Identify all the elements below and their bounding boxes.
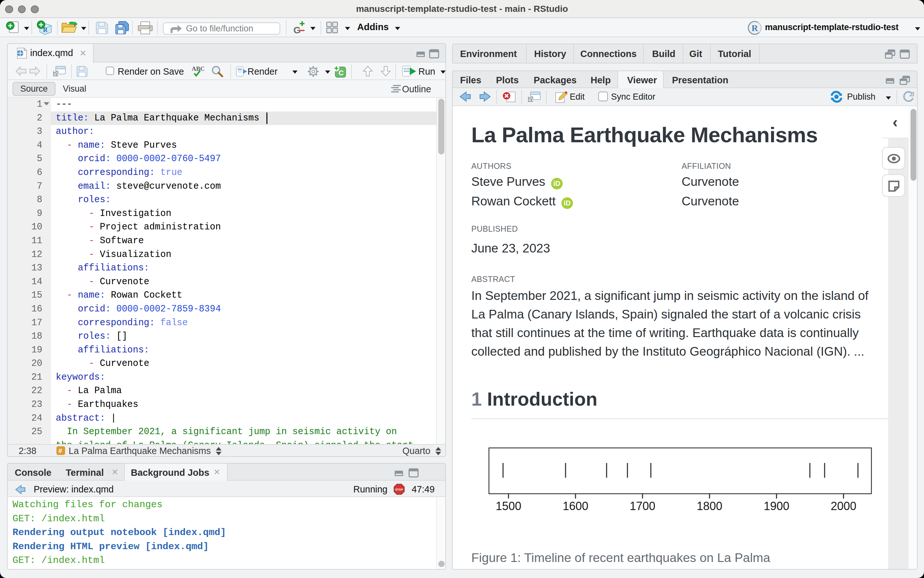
svg-text:STOP: STOP xyxy=(395,488,403,491)
svg-text:1800: 1800 xyxy=(697,500,722,513)
svg-text:G: G xyxy=(293,25,301,35)
svg-text:1700: 1700 xyxy=(630,500,655,513)
svg-text:C: C xyxy=(338,69,344,77)
svg-text:1600: 1600 xyxy=(563,500,588,513)
svg-text:#: # xyxy=(59,447,62,454)
svg-text:2000: 2000 xyxy=(831,500,856,513)
svg-text:1500: 1500 xyxy=(496,500,521,513)
svg-text:1900: 1900 xyxy=(764,500,789,513)
svg-text:R: R xyxy=(752,23,758,33)
svg-text:ABC: ABC xyxy=(192,65,205,72)
